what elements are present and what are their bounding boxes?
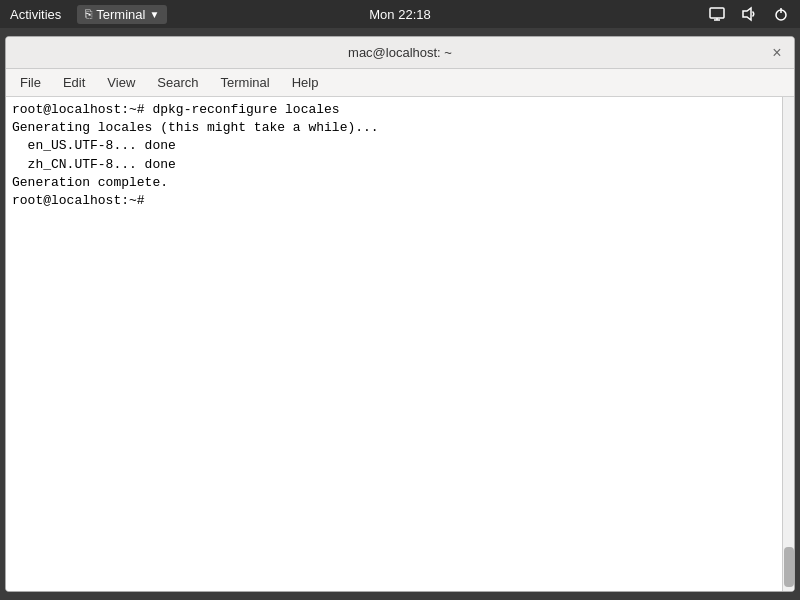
menu-file[interactable]: File: [10, 73, 51, 92]
volume-icon[interactable]: [740, 5, 758, 23]
scrollbar-thumb[interactable]: [784, 547, 794, 587]
menu-bar: File Edit View Search Terminal Help: [6, 69, 794, 97]
close-button[interactable]: ×: [768, 44, 786, 62]
menu-terminal[interactable]: Terminal: [211, 73, 280, 92]
system-bar: Activities ⎘ Terminal ▼ Mon 22:18: [0, 0, 800, 28]
terminal-window: mac@localhost: ~ × File Edit View Search…: [5, 36, 795, 592]
system-time: Mon 22:18: [369, 7, 430, 22]
activities-button[interactable]: Activities: [10, 7, 61, 22]
system-bar-left: Activities ⎘ Terminal ▼: [10, 5, 167, 24]
power-icon[interactable]: [772, 5, 790, 23]
terminal-output: root@localhost:~# dpkg-reconfigure local…: [6, 97, 782, 591]
terminal-icon: ⎘: [85, 7, 92, 21]
window-title: mac@localhost: ~: [348, 45, 452, 60]
menu-help[interactable]: Help: [282, 73, 329, 92]
chevron-down-icon: ▼: [149, 9, 159, 20]
menu-view[interactable]: View: [97, 73, 145, 92]
svg-rect-0: [710, 8, 724, 18]
title-bar: mac@localhost: ~ ×: [6, 37, 794, 69]
terminal-content[interactable]: root@localhost:~# dpkg-reconfigure local…: [6, 97, 794, 591]
svg-marker-3: [743, 8, 751, 20]
system-bar-right: [708, 5, 790, 23]
terminal-taskbar-button[interactable]: ⎘ Terminal ▼: [77, 5, 167, 24]
menu-edit[interactable]: Edit: [53, 73, 95, 92]
screen-icon[interactable]: [708, 5, 726, 23]
scrollbar[interactable]: [782, 97, 794, 591]
menu-search[interactable]: Search: [147, 73, 208, 92]
